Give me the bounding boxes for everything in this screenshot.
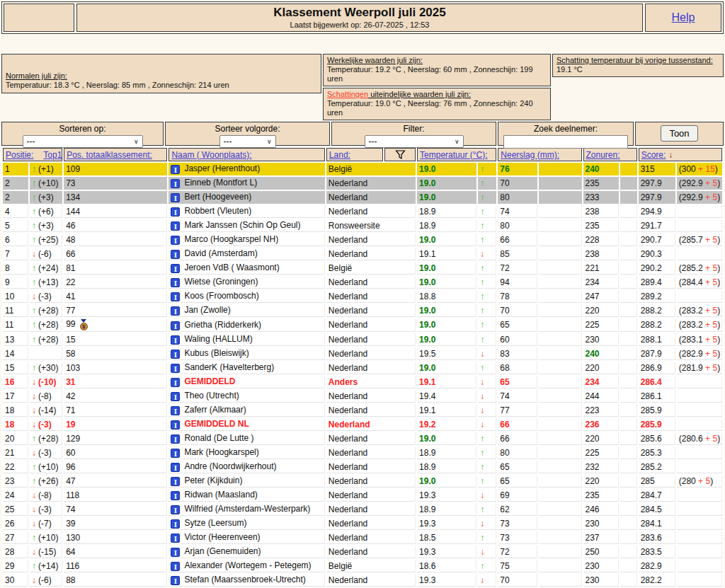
sunhours-cell: 235 (583, 177, 619, 190)
top10-change-cell: ↑(+3) (30, 219, 62, 232)
sort-neerslag-link[interactable]: Neerslag (mm): (501, 150, 559, 160)
precipitation-cell: 72 (498, 546, 537, 558)
sort-select[interactable]: --- ∨ (23, 135, 143, 148)
filter-select[interactable]: --- ∨ (365, 135, 464, 148)
temperature-cell: 18.9 (417, 205, 476, 218)
sort-positie-link[interactable]: Positie: (6, 150, 33, 160)
rank-up-arrow-icon: ↑ (32, 335, 36, 345)
sort-totaal-link[interactable]: Pos. totaalklassement: (67, 150, 152, 160)
trend-up-arrow-icon: ↑ (480, 505, 484, 514)
country-cell: Nederland (326, 276, 416, 289)
score-base: (283.2 (679, 306, 705, 316)
total-rank-cell: 81 (64, 262, 167, 275)
estimates-label: uiteindelijke waarden juli zijn: (368, 90, 471, 98)
country-cell: Nederland (326, 362, 416, 374)
sort-top10-link[interactable]: Top10 (43, 150, 62, 160)
table-row: 6↑(+25)48IMarco (Hoogkarspel NH)Nederlan… (3, 234, 722, 246)
info-icon[interactable]: I (171, 548, 180, 557)
info-icon[interactable]: I (171, 278, 180, 287)
precipitation-cell: 78 (498, 290, 537, 303)
search-input[interactable] (503, 135, 628, 149)
rank-change: (-10) (38, 377, 56, 387)
info-icon[interactable]: I (171, 364, 180, 373)
info-icon[interactable]: I (171, 378, 180, 387)
sort-land-link[interactable]: Land: (329, 150, 350, 160)
info-icon[interactable]: I (171, 236, 180, 245)
position-cell: 7 (3, 248, 28, 260)
score-detail-close: ) (717, 306, 720, 316)
info-icon[interactable]: I (171, 335, 180, 345)
filter-funnel-icon (395, 149, 406, 160)
sort-temperatuur-link[interactable]: Temperatuur (°C): (420, 150, 488, 160)
score-base: (292.9 (679, 192, 705, 202)
position-cell: 22 (3, 461, 28, 473)
info-icon[interactable]: I (171, 306, 180, 316)
info-icon[interactable]: I (171, 321, 180, 330)
info-icon[interactable]: I (171, 221, 180, 231)
total-rank-value: 46 (66, 221, 75, 231)
participant-name: Kubus (Bleiswijk) (184, 348, 249, 358)
sort-naam-link[interactable]: Naam ( Woonplaats): (171, 150, 251, 160)
info-icon[interactable]: I (171, 179, 180, 188)
info-icon[interactable]: I (171, 420, 180, 430)
participant-name: Andre (Noordwijkerhout) (184, 461, 276, 471)
info-icon[interactable]: I (171, 491, 180, 500)
info-icon[interactable]: I (171, 449, 180, 458)
precipitation-cell: 70 (498, 574, 537, 587)
info-icon[interactable]: I (171, 292, 180, 301)
info-icon[interactable]: I (171, 207, 180, 217)
trend-up-arrow-icon: ↑ (480, 476, 484, 486)
col-positie-top10: Positie:Top10 (3, 148, 62, 161)
precipitation-spacer-cell (539, 432, 581, 445)
participant-name: Sytze (Leersum) (184, 518, 246, 528)
country-cell: Nederland (326, 290, 416, 303)
info-icon[interactable]: I (171, 350, 180, 359)
rank-change: (-3) (38, 505, 52, 514)
name-cell: IGEMIDDELD NL (169, 418, 324, 431)
info-icon[interactable]: I (171, 477, 180, 486)
precipitation-cell: 66 (498, 234, 537, 246)
info-icon[interactable]: I (171, 576, 180, 585)
precipitation-spacer-cell (539, 333, 581, 346)
score-cell: 286.4 (639, 376, 675, 388)
total-rank-value: 31 (66, 377, 75, 387)
total-rank-cell: 116 (64, 560, 167, 572)
rank-change: (+26) (38, 476, 58, 486)
sunhours-cell: 238 (583, 248, 619, 260)
table-row: 20↑(+28)129IRonald (De Lutte )Nederland1… (3, 432, 722, 445)
col-filter[interactable] (384, 148, 416, 161)
precipitation-cell: 65 (498, 318, 537, 332)
info-icon[interactable]: I (171, 392, 180, 401)
info-icon[interactable]: I (171, 264, 180, 273)
rank-change: (+28) (38, 335, 58, 345)
precipitation-spacer-cell (539, 262, 581, 275)
score-cell: 315 (639, 163, 675, 175)
info-icon[interactable]: I (171, 463, 180, 472)
info-icon[interactable]: I (171, 505, 180, 514)
info-icon[interactable]: I (171, 250, 180, 259)
score-cell: 290.2 (639, 262, 675, 275)
precipitation-cell: 62 (498, 503, 537, 516)
info-icon[interactable]: I (171, 534, 180, 543)
help-link[interactable]: Help (672, 11, 695, 24)
previous-estimate-label: Schatting temperatuur bij vorige tussens… (556, 56, 713, 64)
sort-score-link[interactable]: Score: (641, 150, 666, 160)
total-rank-value: 109 (66, 164, 80, 174)
temp-trend-cell: ↑ (478, 432, 496, 445)
order-select[interactable]: --- ∨ (219, 135, 276, 148)
info-icon[interactable]: I (171, 519, 180, 529)
info-icon[interactable]: I (171, 562, 180, 571)
temp-trend-cell: ↑ (478, 333, 496, 346)
info-icon[interactable]: I (171, 434, 180, 444)
sunhours-cell: 228 (583, 234, 619, 246)
info-icon[interactable]: I (171, 406, 180, 415)
show-button[interactable]: Toon (661, 125, 697, 142)
sort-zonuren-link[interactable]: Zonuren: (586, 150, 620, 160)
total-rank-cell: 118 (64, 489, 167, 502)
info-icon[interactable]: I (171, 165, 180, 174)
total-rank-value: 41 (66, 292, 75, 301)
info-icon[interactable]: I (171, 193, 180, 202)
name-cell: IGEMIDDELD (169, 376, 324, 388)
position-cell: 2 (3, 191, 28, 204)
participant-name: Ronald (De Lutte ) (184, 433, 253, 443)
